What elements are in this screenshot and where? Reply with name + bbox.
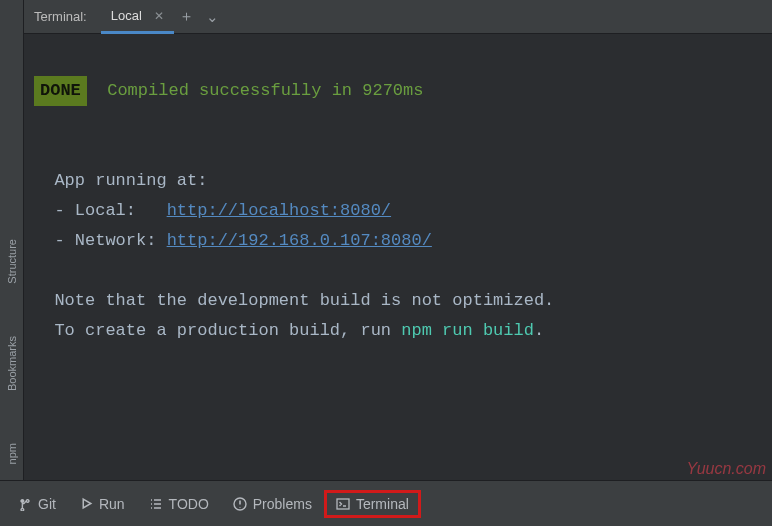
list-icon — [149, 497, 163, 511]
tool-window-todo[interactable]: TODO — [137, 490, 221, 518]
play-icon — [80, 497, 93, 510]
tab-options-button[interactable]: ⌄ — [200, 4, 226, 30]
tool-window-label: TODO — [169, 496, 209, 512]
sidebar-tab-npm[interactable]: npm — [6, 437, 18, 470]
new-tab-button[interactable]: ＋ — [174, 4, 200, 30]
terminal-tab-local[interactable]: Local ✕ — [101, 0, 174, 34]
network-url-link[interactable]: http://192.168.0.107:8080/ — [167, 231, 432, 250]
sidebar-tab-structure[interactable]: Structure — [6, 233, 18, 290]
sidebar-tab-bookmarks[interactable]: Bookmarks — [6, 330, 18, 397]
network-label: - Network: — [54, 231, 166, 250]
terminal-icon — [336, 497, 350, 511]
git-branch-icon — [18, 497, 32, 511]
close-icon[interactable]: ✕ — [154, 9, 164, 23]
tool-window-git[interactable]: Git — [6, 490, 68, 518]
panel-title: Terminal: — [34, 9, 87, 24]
terminal-output[interactable]: DONE Compiled successfully in 9270ms App… — [24, 34, 772, 480]
left-gutter: Structure Bookmarks npm — [0, 0, 24, 480]
tool-window-label: Problems — [253, 496, 312, 512]
local-label: - Local: — [54, 201, 166, 220]
tool-window-label: Run — [99, 496, 125, 512]
note-line-2-prefix: To create a production build, run — [54, 321, 401, 340]
npm-run-build-command: npm run build — [401, 321, 534, 340]
tool-window-terminal[interactable]: Terminal — [324, 490, 421, 518]
plus-icon: ＋ — [179, 7, 194, 26]
terminal-panel-header: Terminal: Local ✕ ＋ ⌄ — [24, 0, 772, 34]
warning-icon — [233, 497, 247, 511]
note-line-2-suffix: . — [534, 321, 544, 340]
sidebar-tab-label: Bookmarks — [6, 336, 18, 391]
tool-window-run[interactable]: Run — [68, 490, 137, 518]
watermark: Yuucn.com — [687, 460, 766, 478]
svg-rect-1 — [337, 499, 349, 509]
sidebar-tab-label: npm — [6, 443, 18, 464]
app-running-line: App running at: — [54, 171, 207, 190]
chevron-down-icon: ⌄ — [206, 8, 219, 26]
done-badge: DONE — [34, 76, 87, 106]
tool-window-problems[interactable]: Problems — [221, 490, 324, 518]
local-url-link[interactable]: http://localhost:8080/ — [167, 201, 391, 220]
terminal-tab-label: Local — [111, 8, 142, 23]
tool-window-label: Git — [38, 496, 56, 512]
compiled-message: Compiled successfully in 9270ms — [107, 81, 423, 100]
bottom-tool-bar: Git Run TODO Problems Terminal — [0, 480, 772, 526]
note-line-1: Note that the development build is not o… — [54, 291, 554, 310]
sidebar-tab-label: Structure — [6, 239, 18, 284]
tool-window-label: Terminal — [356, 496, 409, 512]
